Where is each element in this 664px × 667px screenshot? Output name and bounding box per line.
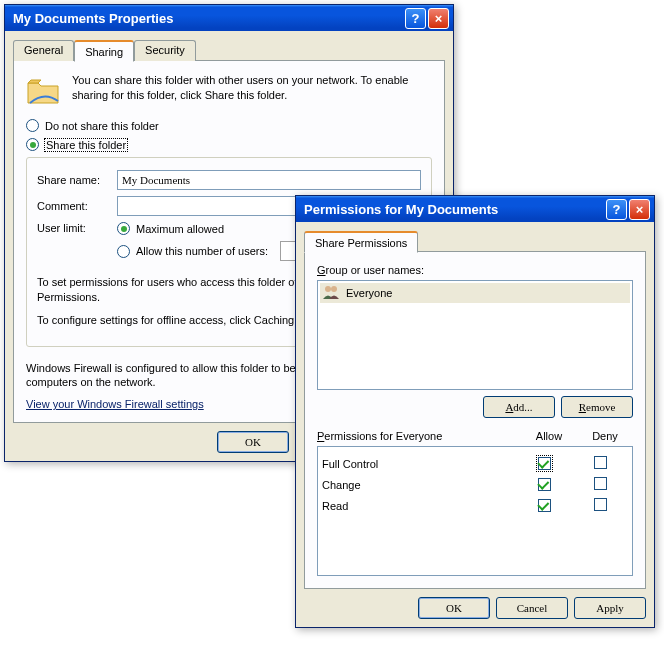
- column-deny: Deny: [577, 430, 633, 442]
- users-icon: [322, 284, 340, 302]
- permissions-window: Permissions for My Documents ? × Share P…: [295, 195, 655, 628]
- titlebar[interactable]: My Documents Properties ? ×: [5, 5, 453, 31]
- close-icon: ×: [636, 202, 644, 217]
- radio-share-folder[interactable]: Share this folder: [26, 138, 432, 151]
- deny-checkbox[interactable]: [594, 477, 607, 490]
- permission-name: Change: [322, 479, 516, 491]
- window-title: Permissions for My Documents: [304, 202, 606, 217]
- share-name-input[interactable]: [117, 170, 421, 190]
- permission-name: Read: [322, 500, 516, 512]
- intro-text: You can share this folder with other use…: [72, 73, 432, 109]
- tab-general[interactable]: General: [13, 40, 74, 61]
- permissions-panel: Group or user names: Everyone Add... Rem…: [304, 251, 646, 589]
- question-icon: ?: [613, 202, 621, 217]
- help-button[interactable]: ?: [606, 199, 627, 220]
- share-name-label: Share name:: [37, 174, 117, 186]
- permissions-for-label: Permissions for Everyone: [317, 430, 521, 442]
- user-limit-label: User limit:: [37, 222, 117, 234]
- allow-checkbox[interactable]: [538, 499, 551, 512]
- tab-security[interactable]: Security: [134, 40, 196, 61]
- window-title: My Documents Properties: [13, 11, 405, 26]
- allow-checkbox[interactable]: [538, 478, 551, 491]
- deny-checkbox[interactable]: [594, 498, 607, 511]
- list-item[interactable]: Everyone: [320, 283, 630, 303]
- comment-label: Comment:: [37, 200, 117, 212]
- close-button[interactable]: ×: [629, 199, 650, 220]
- users-listbox[interactable]: Everyone: [317, 280, 633, 390]
- radio-icon: [26, 119, 39, 132]
- remove-button[interactable]: Remove: [561, 396, 633, 418]
- permissions-list: Full ControlChangeRead: [317, 446, 633, 576]
- allow-checkbox[interactable]: [538, 457, 551, 470]
- radio-icon: [26, 138, 39, 151]
- permission-name: Full Control: [322, 458, 516, 470]
- svg-point-0: [325, 286, 331, 292]
- radio-do-not-share[interactable]: Do not share this folder: [26, 119, 432, 132]
- ok-button[interactable]: OK: [418, 597, 490, 619]
- close-icon: ×: [435, 11, 443, 26]
- tab-share-permissions[interactable]: Share Permissions: [304, 231, 418, 253]
- close-button[interactable]: ×: [428, 8, 449, 29]
- radio-icon: [117, 245, 130, 258]
- deny-checkbox[interactable]: [594, 456, 607, 469]
- tab-strip: Share Permissions: [304, 231, 646, 252]
- firewall-link[interactable]: View your Windows Firewall settings: [26, 398, 204, 410]
- group-label: Group or user names:: [317, 264, 633, 276]
- help-button[interactable]: ?: [405, 8, 426, 29]
- svg-point-1: [331, 286, 337, 292]
- tab-strip: General Sharing Security: [13, 40, 445, 61]
- list-item-label: Everyone: [346, 287, 392, 299]
- cancel-button[interactable]: Cancel: [496, 597, 568, 619]
- permission-row: Full Control: [322, 453, 628, 474]
- apply-button[interactable]: Apply: [574, 597, 646, 619]
- folder-share-icon: [26, 73, 62, 109]
- titlebar[interactable]: Permissions for My Documents ? ×: [296, 196, 654, 222]
- radio-icon: [117, 222, 130, 235]
- tab-sharing[interactable]: Sharing: [74, 40, 134, 62]
- permission-row: Read: [322, 495, 628, 516]
- add-button[interactable]: Add...: [483, 396, 555, 418]
- permission-row: Change: [322, 474, 628, 495]
- ok-button[interactable]: OK: [217, 431, 289, 453]
- question-icon: ?: [412, 11, 420, 26]
- column-allow: Allow: [521, 430, 577, 442]
